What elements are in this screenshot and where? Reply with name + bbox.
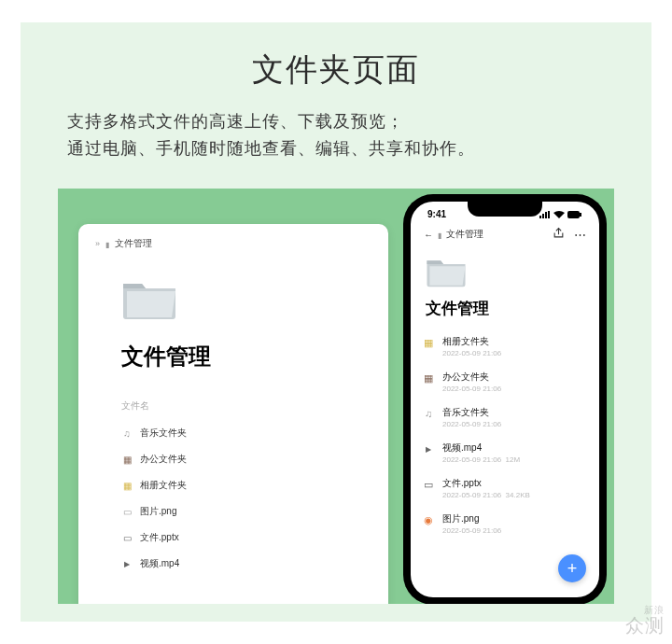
file-icon	[121, 427, 133, 439]
nav-label: 文件管理	[446, 228, 483, 241]
add-button[interactable]: +	[558, 554, 586, 582]
subtitle-line-1: 支持多格式文件的高速上传、下载及预览；	[67, 112, 404, 131]
file-row[interactable]: 视频.mp4	[121, 551, 371, 577]
file-meta: 2022-05-09 21:06 12M	[442, 455, 520, 464]
phone-frame: 9:41 ← 文件管理	[403, 194, 607, 604]
file-row[interactable]: 文件.pptx2022-05-09 21:06 34.2KB	[422, 470, 588, 506]
signal-icon	[539, 211, 551, 218]
share-icon[interactable]	[553, 227, 565, 242]
battery-icon	[567, 211, 582, 218]
phone-title: 文件管理	[426, 298, 588, 319]
phone-file-list: 相册文件夹2022-05-09 21:06办公文件夹2022-05-09 21:…	[422, 329, 588, 541]
page-subtitle: 支持多格式文件的高速上传、下载及预览； 通过电脑、手机随时随地查看、编辑、共享和…	[67, 108, 614, 162]
file-icon	[121, 558, 133, 569]
file-icon	[121, 454, 133, 465]
file-name: 办公文件夹	[442, 371, 501, 384]
file-row[interactable]: 办公文件夹2022-05-09 21:06	[422, 364, 588, 399]
file-meta: 2022-05-09 21:06	[442, 349, 501, 357]
file-meta: 2022-05-09 21:06	[442, 420, 501, 428]
status-icons	[539, 211, 582, 218]
file-row[interactable]: 音乐文件夹	[121, 420, 371, 446]
file-meta: 2022-05-09 21:06 34.2KB	[442, 491, 530, 499]
svg-rect-3	[548, 211, 550, 218]
file-icon	[121, 532, 133, 543]
file-meta: 2022-05-09 21:06	[442, 385, 501, 393]
desktop-file-list: 音乐文件夹办公文件夹相册文件夹图片.png文件.pptx视频.mp4	[121, 420, 371, 577]
file-icon	[422, 336, 435, 349]
file-row[interactable]: 文件.pptx	[121, 525, 371, 551]
file-name: 办公文件夹	[140, 453, 187, 466]
nav-breadcrumb[interactable]: ← 文件管理	[424, 228, 483, 241]
file-name: 图片.png	[140, 505, 176, 518]
breadcrumb[interactable]: » 文件管理	[95, 237, 371, 250]
breadcrumb-sep: »	[95, 239, 100, 248]
file-name: 视频.mp4	[140, 557, 179, 570]
file-name: 文件.pptx	[140, 531, 179, 544]
svg-rect-1	[542, 214, 544, 218]
breadcrumb-label: 文件管理	[115, 237, 152, 250]
file-icon	[121, 480, 133, 491]
file-row[interactable]: 相册文件夹	[121, 472, 371, 498]
svg-rect-5	[580, 213, 581, 217]
file-name: 相册文件夹	[140, 479, 187, 492]
file-icon	[422, 478, 435, 491]
stage: » 文件管理 文件管理 文件名 音乐文件夹办公文件夹相册文件夹图片.png文件.…	[58, 189, 614, 604]
status-time: 9:41	[427, 209, 446, 219]
file-row[interactable]: 办公文件夹	[121, 446, 371, 472]
file-icon	[121, 506, 133, 517]
file-icon	[422, 407, 435, 420]
svg-rect-0	[539, 216, 541, 218]
svg-rect-4	[567, 211, 580, 218]
column-header: 文件名	[121, 399, 371, 413]
back-icon[interactable]: ←	[424, 230, 433, 240]
file-row[interactable]: 相册文件夹2022-05-09 21:06	[422, 329, 588, 364]
watermark-large: 众测	[625, 615, 665, 636]
watermark: 新浪 众测	[625, 604, 665, 638]
file-name: 相册文件夹	[442, 335, 501, 348]
folder-icon	[438, 230, 441, 240]
file-row[interactable]: 视频.mp42022-05-09 21:06 12M	[422, 435, 588, 470]
file-row[interactable]: 图片.png	[121, 498, 371, 525]
desktop-title: 文件管理	[121, 342, 371, 371]
file-name: 文件.pptx	[442, 477, 530, 490]
file-row[interactable]: 音乐文件夹2022-05-09 21:06	[422, 399, 588, 435]
promo-frame: 文件夹页面 支持多格式文件的高速上传、下载及预览； 通过电脑、手机随时随地查看、…	[21, 22, 651, 622]
file-icon	[422, 513, 435, 526]
file-name: 视频.mp4	[442, 441, 520, 455]
folder-hero-icon	[121, 276, 177, 321]
more-icon[interactable]: ⋯	[574, 228, 586, 242]
file-icon	[422, 442, 435, 455]
phone-folder-hero-icon	[426, 255, 467, 288]
subtitle-line-2: 通过电脑、手机随时随地查看、编辑、共享和协作。	[67, 139, 475, 158]
page-title: 文件夹页面	[21, 22, 651, 91]
phone-screen: 9:41 ← 文件管理	[411, 202, 599, 597]
file-name: 图片.png	[442, 512, 501, 525]
folder-icon	[105, 239, 109, 249]
svg-rect-2	[545, 212, 547, 218]
file-meta: 2022-05-09 21:06	[442, 526, 501, 535]
file-name: 音乐文件夹	[140, 427, 187, 440]
file-icon	[422, 371, 435, 385]
desktop-panel: » 文件管理 文件管理 文件名 音乐文件夹办公文件夹相册文件夹图片.png文件.…	[78, 224, 388, 604]
file-row[interactable]: 图片.png2022-05-09 21:06	[422, 506, 588, 541]
file-name: 音乐文件夹	[442, 406, 501, 419]
phone-notch	[468, 202, 542, 217]
nav-bar: ← 文件管理 ⋯	[422, 225, 588, 249]
wifi-icon	[553, 211, 565, 218]
